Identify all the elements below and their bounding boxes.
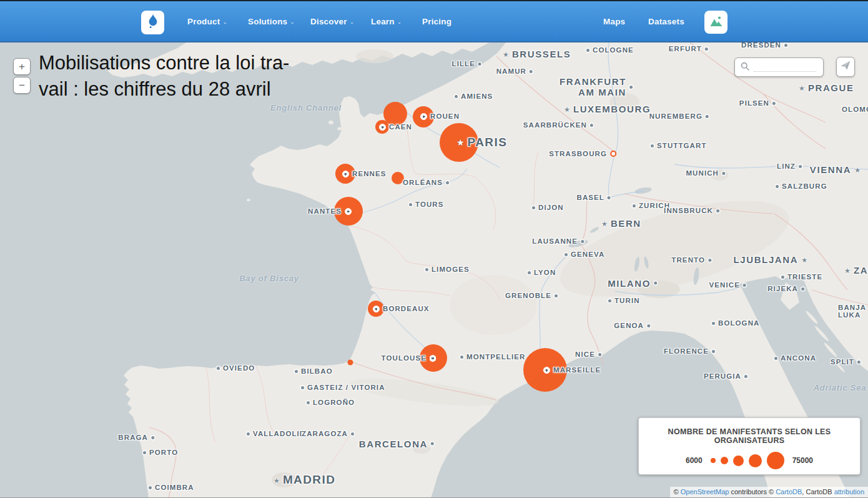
search-box[interactable] — [734, 57, 824, 77]
legend-circle — [733, 456, 744, 466]
protest-bubble[interactable] — [420, 344, 447, 372]
nav-menu-item[interactable]: Product⌄ — [187, 17, 227, 26]
navbar: Product⌄ Solutions⌄ Discover⌄ Learn⌄ Pri… — [0, 0, 868, 42]
protest-bubble[interactable] — [392, 172, 404, 184]
cartodb-drop-icon — [145, 13, 160, 32]
image-mountain-icon — [709, 14, 724, 31]
attribution-segment[interactable]: OpenStreetMap — [681, 488, 729, 496]
legend: NOMBRE DE MANIFESTANTS SELON LES ORGANIS… — [638, 417, 861, 475]
protest-bubble[interactable] — [440, 123, 478, 162]
attribution-segment: , CartoDB — [802, 488, 834, 496]
legend-title: NOMBRE DE MANIFESTANTS SELON LES ORGANIS… — [648, 427, 851, 445]
attribution-segment[interactable]: CartoDB — [776, 488, 802, 496]
nav-menu-item[interactable]: Discover⌄ — [310, 17, 354, 26]
legend-max-value: 75000 — [792, 456, 813, 465]
chevron-down-icon: ⌄ — [397, 18, 402, 24]
attribution-segment[interactable]: attribution — [834, 488, 864, 496]
protest-bubble[interactable] — [413, 106, 434, 127]
attribution: © OpenStreetMap contributors © CartoDB, … — [670, 487, 868, 497]
zoom-out-button[interactable]: − — [13, 77, 31, 94]
nav-menu-item[interactable]: Learn⌄ — [371, 17, 402, 26]
cartodb-map-page: Product⌄ Solutions⌄ Discover⌄ Learn⌄ Pri… — [0, 0, 868, 498]
zoom-in-button[interactable]: + — [13, 58, 31, 75]
map-canvas[interactable]: English Channel Bay of Biscay Adriatic S… — [0, 42, 868, 498]
map-gallery-button[interactable] — [704, 11, 727, 34]
protest-bubble[interactable] — [523, 348, 567, 392]
legend-circle — [749, 454, 762, 467]
protest-bubble[interactable] — [375, 120, 389, 134]
protest-bubble[interactable] — [348, 360, 353, 366]
search-icon — [741, 62, 749, 73]
nav-menu-item[interactable]: Pricing — [422, 17, 454, 26]
share-button[interactable] — [836, 57, 855, 77]
nav-right-item[interactable]: Maps — [603, 17, 625, 26]
cartodb-logo[interactable] — [141, 11, 164, 34]
chevron-down-icon: ⌄ — [290, 18, 295, 24]
map-title: Mobilisations contre la loi tra- vail : … — [39, 50, 388, 102]
legend-circle — [721, 457, 728, 464]
paper-plane-icon — [840, 60, 851, 74]
attribution-segment: © — [674, 488, 681, 496]
search-input[interactable] — [754, 62, 816, 72]
legend-circle — [767, 452, 784, 469]
protest-bubble[interactable] — [334, 197, 363, 226]
legend-circles — [711, 452, 784, 469]
zoom-control: + − — [13, 58, 31, 94]
legend-circle — [711, 458, 716, 463]
legend-scale: 6000 75000 — [639, 452, 860, 469]
chevron-down-icon: ⌄ — [350, 18, 355, 24]
legend-min-value: 6000 — [686, 456, 703, 465]
attribution-segment: contributors © — [729, 488, 776, 496]
protest-bubble[interactable] — [335, 164, 355, 184]
nav-right-item[interactable]: Datasets — [648, 17, 684, 26]
nav-menu-item[interactable]: Solutions⌄ — [248, 17, 295, 26]
chevron-down-icon: ⌄ — [222, 18, 227, 24]
protest-bubble[interactable] — [368, 301, 384, 317]
